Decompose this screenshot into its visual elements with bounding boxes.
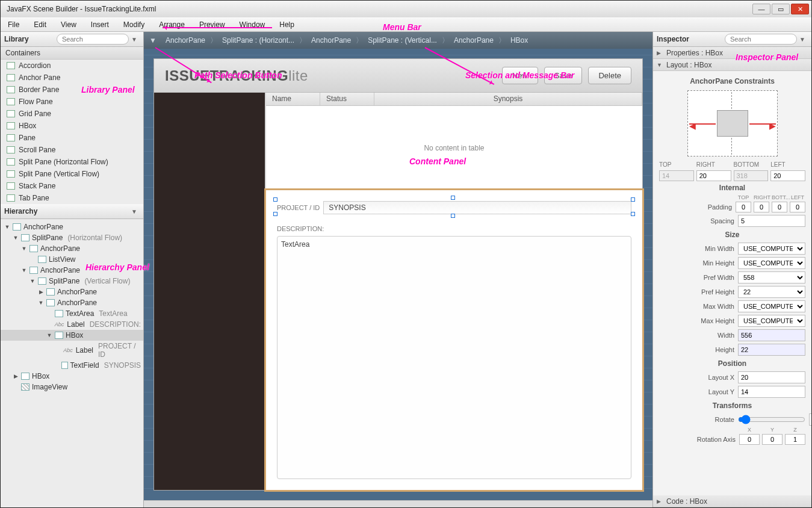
section-layout[interactable]: ▼Layout : HBox <box>653 59 811 71</box>
disclosure-icon[interactable]: ▼ <box>46 332 52 338</box>
section-code[interactable]: ▶Code : HBox <box>653 495 811 507</box>
library-item[interactable]: Split Pane (Horizontal Flow) <box>1 156 143 168</box>
tree-item[interactable]: AbcLabelDESCRIPTION: <box>1 319 143 330</box>
pref-height-select[interactable]: 22 <box>738 286 805 298</box>
padding-right[interactable] <box>754 202 769 212</box>
rotate-input[interactable] <box>809 414 811 426</box>
tree-item[interactable]: ▼AnchorPane <box>1 221 143 232</box>
menu-help[interactable]: Help <box>276 19 298 30</box>
inspector-menu-icon[interactable]: ▼ <box>797 36 808 43</box>
library-item[interactable]: Tab Pane <box>1 192 143 204</box>
group-internal: Internal <box>659 181 805 194</box>
disclosure-icon[interactable]: ▼ <box>29 278 36 284</box>
selected-hbox[interactable]: PROJECT / ID DESCRIPTION: <box>264 188 644 492</box>
menu-preview[interactable]: Preview <box>196 19 229 30</box>
disclosure-icon[interactable]: ▼ <box>13 235 19 241</box>
max-width-select[interactable]: USE_COMPUTED_SIZ <box>738 300 805 312</box>
max-height-select[interactable]: USE_COMPUTED_SIZ <box>738 315 805 327</box>
disclosure-icon[interactable]: ▼ <box>38 300 44 306</box>
tree-item[interactable]: ▼SplitPane(Horizontal Flow) <box>1 232 143 243</box>
axis-z[interactable] <box>785 434 805 445</box>
layout-x-input[interactable] <box>738 371 805 383</box>
library-item[interactable]: Border Pane <box>1 84 143 96</box>
menu-view[interactable]: View <box>57 19 80 30</box>
disclosure-icon[interactable]: ▼ <box>21 267 27 273</box>
disclosure-icon[interactable]: ▼ <box>4 224 10 230</box>
anchor-top-input[interactable] <box>659 170 694 181</box>
path-selection-button[interactable]: ▼ <box>147 36 158 45</box>
library-item[interactable]: HBox <box>1 120 143 132</box>
tree-item[interactable]: ▼SplitPane(Vertical Flow) <box>1 276 143 287</box>
library-item[interactable]: Scroll Pane <box>1 144 143 156</box>
library-item[interactable]: Stack Pane <box>1 180 143 192</box>
tree-item[interactable]: AbcLabelPROJECT / ID <box>1 341 143 360</box>
anchor-left-input[interactable] <box>770 170 805 181</box>
synopsis-field[interactable] <box>323 201 631 214</box>
tree-item[interactable]: ▼AnchorPane <box>1 243 143 254</box>
textarea[interactable]: TextArea <box>277 236 631 479</box>
padding-top[interactable] <box>736 202 751 212</box>
spacing-input[interactable] <box>738 215 805 227</box>
section-properties[interactable]: ▶Properties : HBox <box>653 47 811 59</box>
breadcrumb-item[interactable]: SplitPane : (Vertical... <box>363 36 442 45</box>
library-item[interactable]: Split Pane (Vertical Flow) <box>1 168 143 180</box>
disclosure-icon[interactable]: ▶ <box>38 289 44 295</box>
anchor-bottom-input[interactable] <box>734 170 769 181</box>
new-button[interactable]: New <box>502 67 538 84</box>
breadcrumb-item[interactable]: AnchorPane <box>449 36 498 45</box>
menu-arrange[interactable]: Arrange <box>155 19 188 30</box>
menu-modify[interactable]: Modify <box>120 19 148 30</box>
tree-item[interactable]: ListView <box>1 254 143 265</box>
disclosure-icon[interactable]: ▶ <box>13 373 19 379</box>
breadcrumb-item[interactable]: SplitPane : (Horizont... <box>217 36 299 45</box>
preview-listview[interactable] <box>154 93 266 490</box>
tree-item[interactable]: ▼AnchorPane <box>1 265 143 276</box>
menu-file[interactable]: File <box>4 19 23 30</box>
table-empty: No content in table <box>266 106 642 190</box>
delete-button[interactable]: Delete <box>588 67 631 84</box>
library-item[interactable]: Flow Pane <box>1 96 143 108</box>
library-item[interactable]: Pane <box>1 132 143 144</box>
rotate-slider[interactable] <box>738 414 805 426</box>
breadcrumb-item[interactable]: AnchorPane <box>161 36 210 45</box>
library-item[interactable]: Grid Pane <box>1 108 143 120</box>
tree-item[interactable]: ▶HBox <box>1 371 143 382</box>
th-name[interactable]: Name <box>266 93 320 105</box>
library-item[interactable]: Anchor Pane <box>1 72 143 84</box>
tree-item[interactable]: ▼AnchorPane <box>1 297 143 308</box>
axis-y[interactable] <box>762 434 783 445</box>
tree-item[interactable]: ImageView <box>1 382 143 392</box>
hierarchy-menu-icon[interactable]: ▼ <box>129 208 140 215</box>
hierarchy-title: Hierarchy <box>4 207 37 215</box>
menu-insert[interactable]: Insert <box>87 19 113 30</box>
anchor-right-input[interactable] <box>696 170 731 181</box>
h-scrollbar[interactable] <box>144 500 652 507</box>
padding-bottom[interactable] <box>772 202 787 212</box>
layout-y-input[interactable] <box>738 386 805 398</box>
menu-edit[interactable]: Edit <box>30 19 50 30</box>
pref-width-select[interactable]: 558 <box>738 271 805 283</box>
minimize-button[interactable]: — <box>752 4 770 14</box>
padding-left[interactable] <box>790 202 805 212</box>
tree-item[interactable]: ▼HBox <box>1 330 143 341</box>
min-height-select[interactable]: USE_COMPUTED_SIZ <box>738 257 805 269</box>
inspector-search-input[interactable] <box>725 34 797 45</box>
tree-item[interactable]: TextFieldSYNOPSIS <box>1 360 143 371</box>
library-menu-icon[interactable]: ▼ <box>129 36 140 43</box>
min-width-select[interactable]: USE_COMPUTED_SIZ <box>738 243 805 255</box>
menu-window[interactable]: Window <box>236 19 269 30</box>
library-item[interactable]: Accordion <box>1 60 143 72</box>
th-status[interactable]: Status <box>320 93 374 105</box>
save-button[interactable]: Save <box>544 67 583 84</box>
th-synopsis[interactable]: Synopsis <box>374 93 642 105</box>
tree-item[interactable]: ▶AnchorPane <box>1 287 143 297</box>
axis-x[interactable] <box>739 434 760 445</box>
maximize-button[interactable]: ▭ <box>772 4 790 14</box>
anchor-constraint-widget[interactable]: ◀▶ <box>687 90 778 156</box>
close-button[interactable]: ✕ <box>791 4 809 14</box>
disclosure-icon[interactable]: ▼ <box>21 246 27 252</box>
breadcrumb-item[interactable]: HBox <box>506 36 533 45</box>
tree-item[interactable]: TextAreaTextArea <box>1 308 143 319</box>
library-search-input[interactable] <box>57 34 129 45</box>
breadcrumb-item[interactable]: AnchorPane <box>306 36 356 45</box>
